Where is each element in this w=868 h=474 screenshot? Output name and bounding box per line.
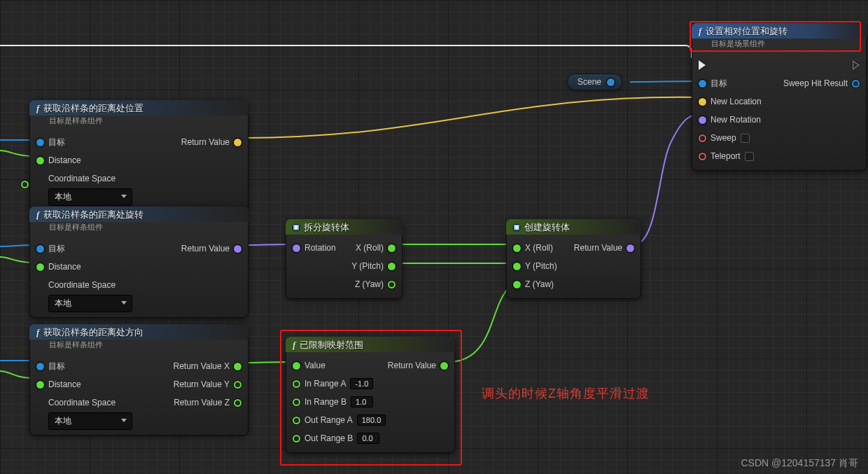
node-subtitle: 目标是场景组件 <box>692 39 867 52</box>
node-subtitle: 目标是样条组件 <box>29 116 248 129</box>
node-header[interactable]: f获取沿样条的距离处旋转 <box>29 207 248 222</box>
node-title: 设置相对位置和旋转 <box>706 25 788 38</box>
pin-pitch-in[interactable] <box>513 263 521 270</box>
pin-return-x[interactable] <box>234 363 241 370</box>
pin-return-rotation[interactable] <box>234 245 241 253</box>
node-break-rotator[interactable]: 拆分旋转体 Rotation X (Roll) Y (Pitch) Z (Yaw… <box>286 219 402 299</box>
pin-distance[interactable] <box>36 263 44 271</box>
pin-return-z[interactable] <box>234 399 241 407</box>
node-header[interactable]: 拆分旋转体 <box>286 219 402 235</box>
checkbox-sweep[interactable] <box>741 134 750 143</box>
node-set-relative-loc-rot[interactable]: f设置相对位置和旋转 目标是场景组件 目标 Sweep Hit Result N… <box>692 23 867 171</box>
dropdown-coord-space[interactable]: 本地 <box>48 188 132 206</box>
node-get-rotation[interactable]: f获取沿样条的距离处旋转 目标是样条组件 目标 Return Value Dis… <box>29 207 248 318</box>
exec-out[interactable] <box>853 60 860 70</box>
node-title: 创建旋转体 <box>524 221 570 234</box>
node-subtitle: 目标是样条组件 <box>29 222 248 235</box>
function-icon: f <box>36 327 39 338</box>
dropdown-coord-space[interactable]: 本地 <box>48 295 132 312</box>
pin-sweep-hit[interactable] <box>852 80 860 88</box>
dropdown-coord-space[interactable]: 本地 <box>48 412 132 430</box>
exec-in[interactable] <box>699 60 706 70</box>
make-icon <box>513 224 520 231</box>
reroute-pin[interactable] <box>21 181 28 188</box>
node-title: 拆分旋转体 <box>304 221 349 234</box>
node-header[interactable]: f已限制映射范围 <box>286 337 455 352</box>
node-get-location[interactable]: f 获取沿样条的距离处位置 目标是样条组件 目标 Return Value Di… <box>29 100 248 211</box>
break-icon <box>293 224 300 231</box>
pin-distance[interactable] <box>36 381 44 389</box>
node-get-direction[interactable]: f获取沿样条的距离处方向 目标是样条组件 目标 Return Value X D… <box>29 324 248 435</box>
node-map-range-clamped[interactable]: f已限制映射范围 Value Return Value In Range A-1… <box>286 337 455 453</box>
pin-rotation-in[interactable] <box>293 244 300 252</box>
checkbox-teleport[interactable] <box>745 152 754 161</box>
pin-in-b[interactable] <box>293 398 300 406</box>
input-out-range-a[interactable]: 180.0 <box>357 414 386 426</box>
node-header[interactable]: f获取沿样条的距离处方向 <box>29 324 248 340</box>
pin-scene-out[interactable] <box>607 78 615 86</box>
pin-out-a[interactable] <box>293 417 300 424</box>
node-title: 获取沿样条的距离处位置 <box>43 102 144 115</box>
pin-mapped-out[interactable] <box>440 362 448 370</box>
function-icon: f <box>36 209 39 221</box>
pin-return-y[interactable] <box>234 381 241 389</box>
input-out-range-b[interactable]: 0.0 <box>357 433 379 444</box>
variable-scene-label: Scene <box>578 77 601 87</box>
pin-rotator-out[interactable] <box>626 244 634 252</box>
node-header[interactable]: 创建旋转体 <box>506 219 641 235</box>
pin-new-rotation[interactable] <box>699 116 706 124</box>
function-icon: f <box>293 340 295 351</box>
pin-pitch-out[interactable] <box>388 263 396 270</box>
pin-new-location[interactable] <box>699 98 706 106</box>
pin-return-location[interactable] <box>234 139 241 146</box>
pin-distance[interactable] <box>36 157 44 165</box>
input-in-range-b[interactable]: 1.0 <box>351 396 373 407</box>
watermark: CSDN @1204157137 肖哥 <box>741 457 858 470</box>
pin-value-in[interactable] <box>293 362 300 370</box>
function-icon: f <box>699 26 701 37</box>
pin-teleport[interactable] <box>699 153 706 160</box>
node-make-rotator[interactable]: 创建旋转体 X (Roll) Return Value Y (Pitch) Z … <box>506 219 641 299</box>
node-title: 已限制映射范围 <box>300 339 363 351</box>
node-subtitle: 目标是样条组件 <box>29 340 248 353</box>
node-header[interactable]: f 获取沿样条的距离处位置 <box>29 100 248 116</box>
pin-target[interactable] <box>36 245 44 253</box>
pin-target[interactable] <box>36 139 44 146</box>
pin-target[interactable] <box>36 363 44 370</box>
pin-yaw-out[interactable] <box>388 281 396 288</box>
function-icon: f <box>36 103 39 114</box>
input-in-range-a[interactable]: -1.0 <box>350 378 373 389</box>
pin-yaw-in[interactable] <box>513 281 521 288</box>
variable-scene[interactable]: Scene <box>568 74 622 90</box>
pin-roll-out[interactable] <box>388 244 396 252</box>
node-title: 获取沿样条的距离处旋转 <box>43 209 144 221</box>
pin-roll-in[interactable] <box>513 244 521 252</box>
pin-out-b[interactable] <box>293 435 300 442</box>
pin-in-a[interactable] <box>293 380 300 388</box>
node-header[interactable]: f设置相对位置和旋转 <box>692 23 867 39</box>
pin-target[interactable] <box>699 80 706 88</box>
pin-sweep[interactable] <box>699 134 706 142</box>
node-title: 获取沿样条的距离处方向 <box>43 326 144 339</box>
